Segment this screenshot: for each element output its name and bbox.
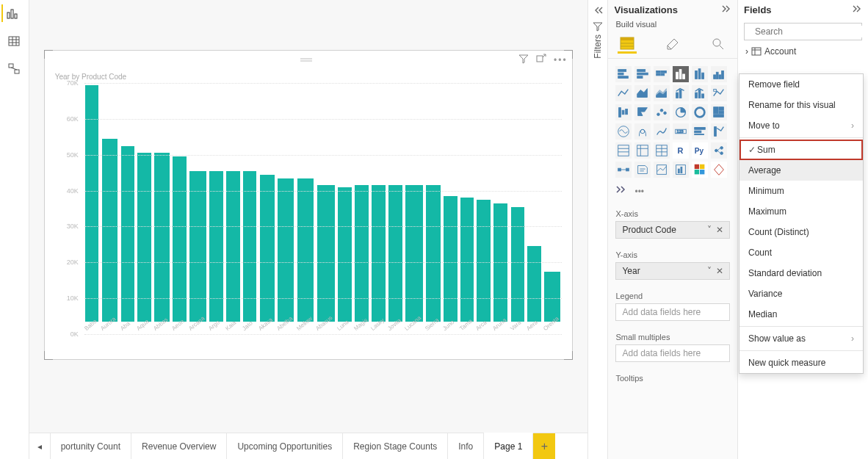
bar[interactable]: Argo: [209, 83, 224, 334]
add-page-button[interactable]: +: [533, 433, 555, 459]
remove-y-field-icon[interactable]: ✕: [716, 266, 723, 276]
viz-type[interactable]: [634, 162, 651, 178]
viz-type[interactable]: [711, 123, 727, 140]
chart-visual[interactable]: ••• Year by Product Code 70K60K50K40K30K…: [44, 50, 573, 360]
viz-type[interactable]: [654, 66, 670, 82]
resize-handle-bl[interactable]: [44, 351, 53, 360]
ctx-count[interactable]: Count: [739, 242, 863, 263]
viz-type[interactable]: [615, 142, 632, 159]
collapse-fields-icon[interactable]: [852, 4, 862, 15]
viz-type[interactable]: [615, 123, 632, 140]
bar[interactable]: Aruna: [493, 83, 508, 334]
bar[interactable]: Jato: [242, 83, 258, 334]
page-tab[interactable]: Info: [448, 433, 484, 459]
build-tab-analytics[interactable]: [709, 35, 728, 54]
viz-type[interactable]: [673, 66, 689, 82]
viz-type[interactable]: [615, 104, 632, 120]
more-options-icon[interactable]: •••: [554, 55, 568, 65]
viz-type[interactable]: [673, 162, 689, 178]
page-tab[interactable]: portunity Count: [51, 433, 131, 459]
focus-mode-icon[interactable]: [536, 54, 546, 66]
viz-type[interactable]: [692, 104, 708, 120]
bar[interactable]: Aeon: [172, 83, 187, 334]
viz-type[interactable]: 123: [673, 123, 689, 140]
ctx-variance[interactable]: Variance: [739, 283, 863, 304]
bar[interactable]: Kaia: [225, 83, 241, 334]
page-tab[interactable]: Revenue Overview: [131, 433, 227, 459]
bar[interactable]: Luna: [337, 83, 352, 334]
drag-grip-icon[interactable]: [300, 55, 312, 65]
viz-type[interactable]: [692, 123, 708, 140]
page-tab[interactable]: Upcoming Opportunities: [227, 433, 343, 459]
page-tab[interactable]: Region Stage Counts: [343, 433, 448, 459]
chevron-down-icon[interactable]: ˅: [707, 225, 712, 235]
viz-type[interactable]: [673, 104, 689, 120]
viz-type[interactable]: R: [673, 142, 689, 159]
bar[interactable]: Aurora: [101, 83, 118, 334]
ctx-new-quick-measure[interactable]: New quick measure: [739, 353, 863, 373]
page-nav-left[interactable]: ◂: [29, 433, 51, 459]
viz-type[interactable]: [615, 162, 632, 178]
fields-search-input[interactable]: [753, 26, 867, 37]
ctx-show-value-as[interactable]: Show value as›: [739, 328, 863, 349]
bar[interactable]: Jovita: [388, 83, 403, 334]
bar[interactable]: Lasky: [371, 83, 386, 334]
viz-type[interactable]: [692, 66, 708, 82]
build-tab-format[interactable]: [663, 35, 682, 54]
viz-type[interactable]: [654, 162, 670, 178]
viz-type[interactable]: [711, 85, 727, 101]
legend-well[interactable]: Add data fields here: [615, 303, 730, 321]
more-viz-icon[interactable]: •••: [634, 187, 644, 197]
bar[interactable]: Tama: [460, 83, 475, 334]
ctx-remove-field[interactable]: Remove field: [739, 74, 863, 95]
viz-type[interactable]: [711, 66, 727, 82]
viz-type[interactable]: [654, 104, 670, 120]
viz-type[interactable]: [711, 142, 727, 159]
ctx-move-to[interactable]: Move to›: [739, 115, 863, 136]
bar[interactable]: Vara: [510, 83, 526, 334]
ctx-maximum[interactable]: Maximum: [739, 201, 863, 222]
x-axis-well[interactable]: Product Code ˅✕: [615, 221, 730, 239]
model-view-button[interactable]: [4, 60, 24, 78]
bar[interactable]: Aera: [527, 83, 542, 334]
viz-type[interactable]: [634, 142, 651, 159]
build-tab-fields[interactable]: [618, 35, 637, 54]
bar[interactable]: Magis: [354, 83, 369, 334]
viz-type[interactable]: [634, 66, 651, 82]
viz-type[interactable]: [634, 123, 651, 140]
collapse-visualizations-icon[interactable]: [721, 4, 731, 15]
ctx-count-distinct[interactable]: Count (Distinct): [739, 222, 863, 242]
viz-type[interactable]: [711, 104, 727, 120]
ctx-minimum[interactable]: Minimum: [739, 181, 863, 201]
bar[interactable]: Abelha: [277, 83, 295, 334]
ctx-stddev[interactable]: Standard deviation: [739, 263, 863, 283]
viz-type[interactable]: [654, 142, 670, 159]
bar[interactable]: Lucana: [405, 83, 424, 334]
ctx-rename[interactable]: Rename for this visual: [739, 95, 863, 115]
bar[interactable]: Akasa: [258, 83, 275, 334]
filters-pane-collapsed[interactable]: Filters: [587, 0, 608, 459]
bar[interactable]: Babo: [84, 83, 100, 334]
viz-type[interactable]: [654, 85, 670, 101]
bar[interactable]: Orenta: [543, 83, 561, 334]
viz-type[interactable]: [692, 85, 708, 101]
bar[interactable]: Abbas: [153, 83, 170, 334]
viz-type[interactable]: [615, 85, 632, 101]
page-tab[interactable]: Page 1: [484, 433, 533, 459]
fields-tree-item-account[interactable]: › Account: [738, 43, 868, 59]
bar[interactable]: Sierra: [425, 83, 441, 334]
viz-type[interactable]: Py: [692, 142, 708, 159]
bar[interactable]: Juno: [443, 83, 458, 334]
ctx-average[interactable]: Average: [739, 160, 863, 181]
viz-type[interactable]: [634, 104, 651, 120]
viz-type[interactable]: [711, 162, 727, 178]
bar[interactable]: Mellow: [297, 83, 315, 334]
expand-viz-icon[interactable]: [615, 185, 629, 198]
small-multiples-well[interactable]: Add data fields here: [615, 344, 730, 362]
viz-type[interactable]: [615, 66, 632, 82]
viz-type[interactable]: [654, 123, 670, 140]
filter-icon[interactable]: [518, 54, 529, 66]
report-view-button[interactable]: [1, 4, 22, 22]
remove-x-field-icon[interactable]: ✕: [716, 225, 723, 235]
data-view-button[interactable]: [4, 32, 24, 50]
